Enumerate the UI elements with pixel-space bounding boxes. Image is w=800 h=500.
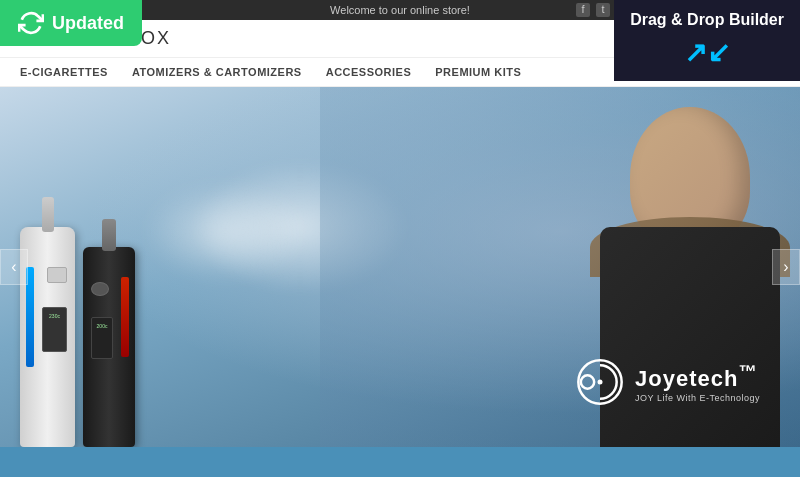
joyetech-tagline: JOY Life With E-Technology [635,393,760,403]
refresh-icon [18,10,44,36]
announcement-text: Welcome to our online store! [330,4,470,16]
dnd-arrows-icon: ↗↙ [630,35,784,71]
joyetech-brand-name: Joyetech™ [635,361,760,392]
device-black-screen-text: 200c [95,323,109,330]
dnd-line1: Drag & Drop [630,11,724,28]
device-black-screen: 200c [91,317,113,359]
device-black-stripe [121,277,129,357]
dnd-badge: Drag & Drop Builder ↗↙ [614,0,800,81]
joyetech-text-block: Joyetech™ JOY Life With E-Technology [635,361,760,402]
prev-arrow-icon: ‹ [11,258,16,276]
device-black-button [91,282,109,296]
nav-accessories[interactable]: ACCESSORIES [326,66,412,78]
svg-point-1 [581,375,594,388]
updated-label: Updated [52,13,124,34]
device-silver-button [47,267,67,283]
hero-section: 230c 200c Joyetech™ JOY Life With E-Tech… [0,87,800,447]
device-display: 230c 200c [20,227,135,447]
joyetech-logo-icon [575,357,625,407]
facebook-icon[interactable]: f [576,3,590,17]
brand-logo-area: Joyetech™ JOY Life With E-Technology [575,357,760,407]
nav-premium-kits[interactable]: PREMIUM KITS [435,66,521,78]
updated-badge: Updated [0,0,142,46]
smoke-effect-2 [150,187,300,277]
next-arrow-icon: › [783,258,788,276]
person-body [600,227,780,447]
device-black: 200c [83,247,135,447]
device-silver: 230c [20,227,75,447]
twitter-icon[interactable]: t [596,3,610,17]
dnd-line2: Builder [729,11,784,28]
bottom-strip [0,447,800,477]
nav-e-cigarettes[interactable]: E-CIGARETTES [20,66,108,78]
nav-atomizers[interactable]: ATOMIZERS & CARTOMIZERS [132,66,302,78]
device-silver-screen-text: 230c [46,313,63,320]
device-silver-screen: 230c [42,307,67,352]
hero-prev-button[interactable]: ‹ [0,249,28,285]
hero-next-button[interactable]: › [772,249,800,285]
nav-links: E-CIGARETTES ATOMIZERS & CARTOMIZERS ACC… [20,66,521,78]
svg-point-2 [598,380,603,385]
